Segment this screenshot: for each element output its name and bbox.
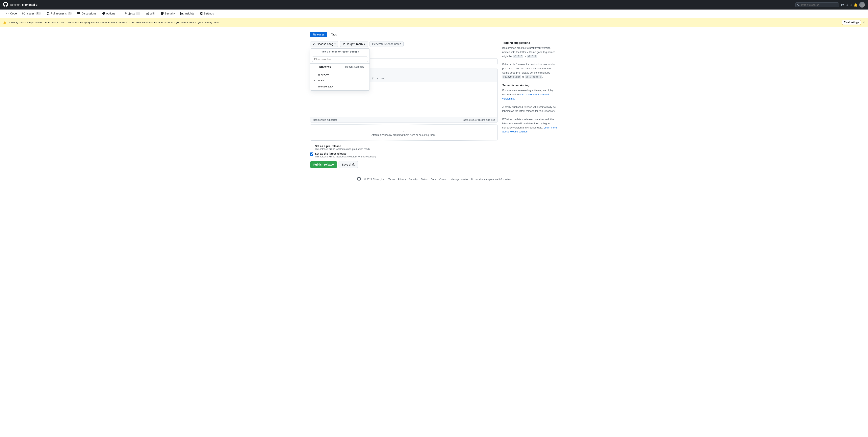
semantic-text: If you're new to releasing software, we … [502, 89, 558, 134]
breadcrumb-user[interactable]: rancher [10, 3, 20, 6]
choose-tag-button[interactable]: Choose a tag ▾ [310, 41, 338, 47]
save-draft-button[interactable]: Save draft [339, 161, 358, 168]
alert-banner: ⚠️ You only have a single verified email… [0, 18, 868, 27]
nav-item-projects[interactable]: Projects 1 [118, 9, 143, 18]
target-branch-value: main [356, 42, 363, 45]
email-settings-button[interactable]: Email settings [842, 20, 861, 25]
footer-link-terms[interactable]: Terms [389, 178, 395, 181]
editor-footer: Markdown is supported Paste, drop, or cl… [310, 117, 497, 123]
tagging-text-5: . [542, 75, 543, 78]
branch-item-main[interactable]: ✓ main [310, 77, 370, 83]
generate-notes-button[interactable]: Generate release notes [370, 41, 404, 47]
tagging-code-3: v0.2.0-alpha [502, 75, 521, 78]
tagging-title: Tagging suggestions [502, 41, 558, 44]
branch-tab-branches[interactable]: Branches [310, 64, 340, 70]
nav-item-pull-requests[interactable]: Pull requests 3 [44, 9, 74, 18]
target-label: Target: [346, 42, 355, 45]
latest-release-desc: This release will be labeled as the late… [315, 155, 376, 158]
tagging-suggestions-section: Tagging suggestions It's common practice… [502, 41, 558, 79]
breadcrumb: rancher / elemental-ui [10, 3, 38, 6]
nav-item-issues[interactable]: Issues 11 [20, 9, 44, 18]
avatar[interactable] [859, 2, 865, 7]
tagging-text-2: or [523, 55, 527, 58]
branch-item-release-2-8-x[interactable]: release-2.8.x [310, 83, 370, 90]
semantic-versioning-section: Semantic versioning If you're new to rel… [502, 84, 558, 134]
footer-link-docs[interactable]: Docs [431, 178, 436, 181]
pull-request-icon[interactable]: ⊔ [850, 3, 852, 7]
tab-releases[interactable]: Releases [310, 32, 327, 37]
nav-item-wiki[interactable]: Wiki [143, 9, 158, 18]
checkbox-section: Set as a pre-release This release will b… [310, 144, 497, 158]
branch-filter-input[interactable] [312, 57, 368, 62]
footer-link-contact[interactable]: Contact [439, 178, 447, 181]
nav-item-code[interactable]: Code [3, 9, 20, 18]
tagging-text-4: or [521, 75, 525, 78]
alert-warning-icon: ⚠️ [3, 21, 6, 24]
page-footer: © 2024 GitHub, Inc. Terms Privacy Securi… [0, 173, 868, 186]
tab-tags[interactable]: Tags [328, 32, 340, 37]
pr-badge: 3 [68, 12, 72, 15]
latest-release-label[interactable]: Set as the latest release [315, 152, 346, 155]
choose-tag-chevron-icon: ▾ [334, 42, 336, 45]
add-icon[interactable]: +▾ [841, 3, 844, 7]
semantic-title: Semantic versioning [502, 84, 558, 87]
latest-release-text: Set as the latest release This release w… [315, 152, 376, 158]
attach-files-note[interactable]: Paste, drop, or click to add files [462, 119, 495, 121]
alert-close-icon[interactable]: × [863, 21, 865, 24]
branch-dropdown: Pick a branch or recent commit Branches … [310, 48, 370, 91]
tag-row: Choose a tag ▾ Target: main ▾ Generate r… [310, 41, 497, 47]
github-logo-icon[interactable] [3, 2, 8, 8]
branch-filter [310, 55, 370, 64]
branch-name-release: release-2.8.x [318, 85, 333, 88]
issue-icon[interactable]: ⊙ [845, 3, 848, 7]
tagging-text-3: . [537, 55, 538, 58]
search-input[interactable] [801, 3, 837, 6]
pre-release-label[interactable]: Set as a pre-release [315, 144, 341, 148]
search-box[interactable] [795, 2, 839, 7]
toolbar-undo-button[interactable]: ↩ [380, 76, 385, 81]
main-container: Releases Tags Choose a tag ▾ Target: mai… [307, 27, 561, 173]
nav-item-settings[interactable]: Settings [197, 9, 217, 18]
breadcrumb-repo[interactable]: elemental-ui [22, 3, 38, 6]
nav-item-insights[interactable]: Insights [178, 9, 197, 18]
notification-icon[interactable]: 🔔 [854, 3, 858, 7]
latest-release-checkbox[interactable] [310, 153, 313, 156]
tagging-text: It's common practice to prefix your vers… [502, 46, 558, 79]
toolbar-ref-button[interactable]: # [371, 76, 374, 81]
branch-check-main: ✓ [314, 79, 317, 82]
pre-release-checkbox[interactable] [310, 145, 313, 148]
tagging-code-1: v1.0.0 [513, 55, 523, 58]
branch-list: gh-pages ✓ main release-2.8.x [310, 70, 370, 91]
footer-logo-icon [357, 177, 361, 182]
footer-link-security[interactable]: Security [409, 178, 417, 181]
release-form-main: Choose a tag ▾ Target: main ▾ Generate r… [310, 41, 497, 168]
footer-link-privacy-choices[interactable]: Do not share my personal information [471, 178, 511, 181]
tagging-code-4: v5.9-beta.3 [525, 75, 542, 78]
tagging-para-2: If the tag isn't meant for production us… [502, 63, 555, 74]
branch-name-main: main [318, 79, 324, 82]
target-chevron-icon: ▾ [364, 42, 365, 45]
nav-item-actions[interactable]: Actions [99, 9, 118, 18]
branch-tab-recent-commits[interactable]: Recent Commits [340, 64, 370, 70]
pre-release-row: Set as a pre-release This release will b… [310, 144, 497, 150]
header-right: +▾ ⊙ ⊔ 🔔 [795, 2, 865, 7]
toolbar-cross-ref-button[interactable]: ↗ [375, 76, 380, 81]
publish-release-button[interactable]: Publish release [310, 161, 337, 168]
attach-binaries-section[interactable]: ↓ Attach binaries by dropping them here … [310, 124, 497, 141]
tagging-code-2: v2.3.4 [527, 55, 537, 58]
footer-link-cookies[interactable]: Manage cookies [451, 178, 468, 181]
nav-item-security[interactable]: Security [158, 9, 178, 18]
release-tabs: Releases Tags [310, 32, 558, 37]
footer-link-privacy[interactable]: Privacy [398, 178, 406, 181]
footer-link-status[interactable]: Status [421, 178, 428, 181]
breadcrumb-separator: / [21, 3, 21, 6]
issues-badge: 11 [35, 12, 41, 15]
pre-release-desc: This release will be labeled as non-prod… [315, 148, 370, 150]
download-icon: ↓ [314, 129, 493, 133]
release-form: Choose a tag ▾ Target: main ▾ Generate r… [310, 41, 558, 168]
branch-name-gh-pages: gh-pages [318, 73, 329, 76]
nav-item-discussions[interactable]: Discussions [74, 9, 99, 18]
choose-tag-label: Choose a tag [317, 42, 333, 45]
branch-item-gh-pages[interactable]: gh-pages [310, 71, 370, 77]
target-branch-button[interactable]: Target: main ▾ [340, 41, 368, 47]
